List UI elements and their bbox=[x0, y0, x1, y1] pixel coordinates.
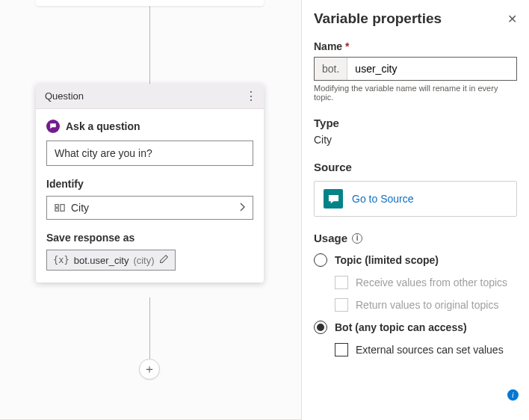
entity-icon bbox=[55, 203, 65, 213]
checkbox-disabled-icon bbox=[335, 276, 348, 289]
variable-name: bot.user_city bbox=[74, 255, 129, 266]
source-link-text: Go to Source bbox=[352, 193, 414, 205]
usage-label: Usage i bbox=[314, 232, 517, 244]
usage-option-topic[interactable]: Topic (limited scope) bbox=[314, 253, 517, 267]
edit-icon[interactable] bbox=[159, 254, 169, 266]
identify-value: City bbox=[71, 202, 89, 214]
variable-name-field[interactable]: bot. bbox=[314, 57, 517, 81]
usage-option-receive: Receive values from other topics bbox=[335, 276, 517, 289]
close-icon[interactable]: ✕ bbox=[507, 12, 517, 26]
panel-title: Variable properties bbox=[314, 10, 442, 27]
svg-rect-2 bbox=[61, 205, 64, 211]
type-label: Type bbox=[314, 117, 517, 129]
usage-option-external[interactable]: External sources can set values bbox=[335, 343, 517, 356]
question-icon bbox=[46, 120, 60, 133]
add-node-button[interactable]: ＋ bbox=[139, 359, 160, 380]
svg-rect-0 bbox=[55, 205, 58, 208]
connector-line bbox=[149, 6, 150, 84]
ask-question-label: Ask a question bbox=[46, 120, 253, 133]
usage-option-bot[interactable]: Bot (any topic can access) bbox=[314, 321, 517, 334]
variable-type: (city) bbox=[133, 255, 154, 266]
identify-label: Identify bbox=[46, 178, 253, 190]
authoring-canvas[interactable]: Question ⋮ Ask a question What city are … bbox=[0, 0, 301, 420]
connector-line bbox=[149, 297, 150, 359]
question-text-input[interactable]: What city are you in? bbox=[46, 140, 253, 166]
card-title: Question bbox=[45, 90, 84, 102]
type-value: City bbox=[314, 134, 517, 146]
previous-node-stub bbox=[36, 0, 264, 6]
variable-icon: {x} bbox=[53, 255, 69, 265]
ask-question-text: Ask a question bbox=[66, 120, 140, 132]
name-field-label: Name * bbox=[314, 40, 517, 52]
variable-name-input[interactable] bbox=[347, 58, 516, 80]
card-header: Question ⋮ bbox=[36, 84, 264, 109]
chevron-right-icon bbox=[239, 202, 245, 214]
info-badge-icon[interactable]: i bbox=[507, 389, 519, 401]
variable-chip[interactable]: {x} bot.user_city (city) bbox=[46, 250, 176, 271]
checkbox-unchecked-icon bbox=[335, 343, 348, 356]
name-hint: Modifying the variable name will rename … bbox=[314, 84, 517, 102]
card-body: Ask a question What city are you in? Ide… bbox=[36, 109, 264, 282]
question-node-card[interactable]: Question ⋮ Ask a question What city are … bbox=[36, 84, 264, 282]
topic-icon bbox=[324, 189, 343, 209]
svg-rect-1 bbox=[55, 209, 58, 211]
name-prefix: bot. bbox=[315, 58, 347, 80]
variable-properties-panel: Variable properties ✕ Name * bot. Modify… bbox=[301, 0, 529, 420]
radio-unchecked-icon bbox=[314, 253, 327, 267]
info-icon[interactable]: i bbox=[352, 233, 362, 244]
checkbox-disabled-icon bbox=[335, 298, 348, 312]
more-menu-icon[interactable]: ⋮ bbox=[245, 89, 256, 103]
save-response-label: Save response as bbox=[46, 232, 253, 244]
usage-option-return: Return values to original topics bbox=[335, 298, 517, 312]
source-label: Source bbox=[314, 161, 517, 173]
go-to-source-button[interactable]: Go to Source bbox=[314, 181, 517, 217]
identify-entity-select[interactable]: City bbox=[46, 196, 253, 220]
radio-checked-icon bbox=[314, 321, 327, 334]
